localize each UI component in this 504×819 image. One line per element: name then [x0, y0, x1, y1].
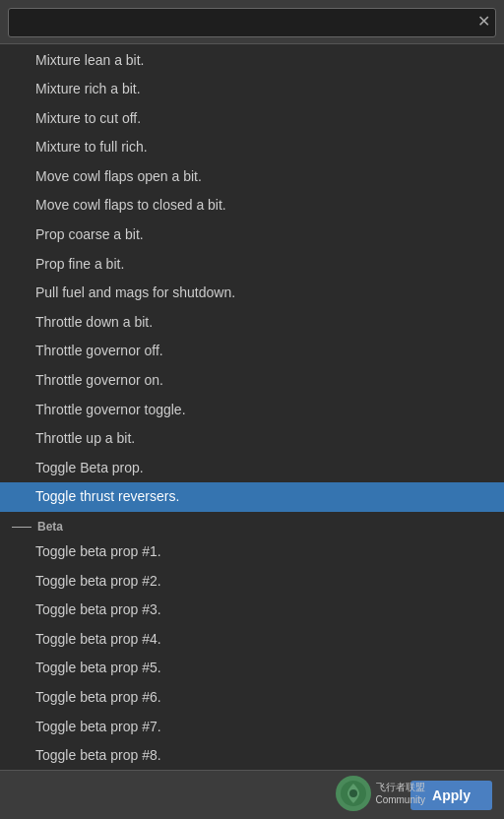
list-item[interactable]: Throttle up a bit.: [0, 424, 504, 454]
clear-icon[interactable]: ✕: [477, 14, 490, 30]
logo-svg: [340, 780, 367, 807]
search-input[interactable]: [8, 8, 496, 37]
list-item[interactable]: Throttle governor on.: [0, 366, 504, 396]
list-item[interactable]: Toggle beta prop #6.: [0, 683, 504, 713]
list-item[interactable]: Throttle down a bit.: [0, 308, 504, 338]
list-item[interactable]: Mixture to cut off.: [0, 104, 504, 134]
logo-area: 飞行者联盟 Community: [336, 776, 425, 811]
list-item[interactable]: Mixture lean a bit.: [0, 46, 504, 76]
list-item[interactable]: Toggle beta prop #5.: [0, 654, 504, 683]
search-bar: ✕: [0, 0, 504, 44]
list-item[interactable]: Prop fine a bit.: [0, 250, 504, 280]
list-item[interactable]: Toggle beta prop #3.: [0, 596, 504, 625]
list-item[interactable]: Toggle beta prop #1.: [0, 537, 504, 567]
list-item[interactable]: Prop coarse a bit.: [0, 220, 504, 250]
list-item[interactable]: Mixture rich a bit.: [0, 75, 504, 104]
svg-point-1: [349, 789, 357, 797]
list-item[interactable]: Toggle thrust reversers.: [0, 482, 504, 512]
logo-icon: [336, 776, 371, 811]
list-item[interactable]: Toggle beta prop #2.: [0, 567, 504, 597]
list-item[interactable]: Mixture to full rich.: [0, 133, 504, 162]
list-item[interactable]: Toggle beta prop #4.: [0, 625, 504, 655]
section-header-beta: Beta: [0, 512, 504, 537]
list-item[interactable]: Toggle Beta prop.: [0, 454, 504, 483]
list-item[interactable]: Move cowl flaps open a bit.: [0, 162, 504, 192]
list-item[interactable]: Move cowl flaps to closed a bit.: [0, 191, 504, 220]
list-item[interactable]: Toggle beta prop #8.: [0, 741, 504, 771]
list-item[interactable]: Throttle governor off.: [0, 337, 504, 366]
list-item[interactable]: Pull fuel and mags for shutdown.: [0, 279, 504, 308]
commands-list: Alternate air backup #7 on.Alternate air…: [0, 44, 504, 771]
bottom-bar: 飞行者联盟 Community Apply: [0, 770, 504, 819]
list-item[interactable]: Toggle beta prop #7.: [0, 713, 504, 742]
list-item[interactable]: Throttle governor toggle.: [0, 396, 504, 425]
logo-text: 飞行者联盟 Community: [375, 781, 425, 806]
